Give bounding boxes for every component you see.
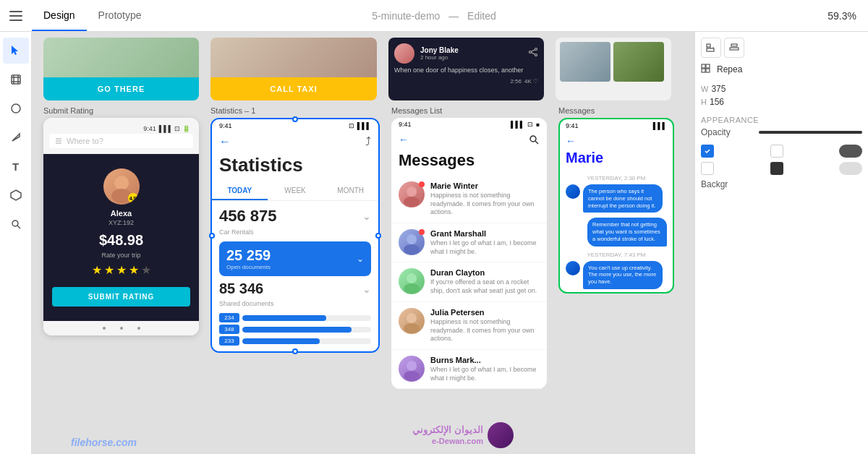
stats-tab-today[interactable]: TODAY — [212, 182, 268, 200]
hamburger-icon — [9, 11, 22, 21]
partial-frame-1: GO THERE — [43, 38, 199, 100]
burns-name: Burns Mark... — [430, 356, 540, 364]
bar-label-1: 234 — [219, 313, 239, 322]
watermark-edewan-area: الديوان الإلكترونيe-Dewan.com — [412, 422, 514, 448]
stats-share-icon[interactable]: ⤴ — [365, 135, 371, 148]
frame-tool-button[interactable] — [3, 67, 29, 93]
bubble-3: You can't use up creativity. The more yo… — [583, 261, 663, 289]
grant-name: Grant Marshall — [430, 229, 540, 238]
partial-frame-4 — [556, 38, 671, 100]
julia-name: Julia Petersen — [430, 308, 540, 317]
zoom-level[interactable]: 59.3% — [827, 10, 856, 22]
stats-signal-area: ⊡ ▌▌▌ — [349, 122, 371, 129]
submit-rating-label: Submit Rating — [43, 106, 199, 115]
avatar-img — [399, 308, 425, 334]
toggle-light[interactable] — [839, 162, 862, 175]
chat-header: Jony Blake 2 hour ago — [394, 43, 538, 64]
appearance-label: APPEARANCE — [701, 116, 862, 124]
messages-list-label: Messages List — [391, 106, 547, 115]
avatar-img — [399, 268, 425, 294]
star-3[interactable]: ★ — [116, 263, 127, 277]
height-field[interactable]: H 156 — [701, 97, 724, 107]
statistics-frame: 9:41 ⊡ ▌▌▌ ← ⤴ Statistics TODAY WEEK — [212, 119, 378, 351]
julia-avatar — [399, 308, 425, 334]
svg-point-6 — [12, 104, 20, 113]
toggle-dark[interactable] — [839, 145, 862, 158]
messages-search-icon[interactable] — [528, 134, 540, 145]
star-5[interactable]: ★ — [141, 263, 151, 277]
msg-signal-area: ▌▌▌ ⊡ ■ — [511, 121, 540, 128]
list-item[interactable]: Duran Clayton If you're offered a seat o… — [391, 262, 547, 301]
svg-line-30 — [535, 141, 538, 144]
stats-nav: ← ⤴ — [212, 132, 378, 151]
submit-rating-button[interactable]: SUBMIT RATING — [52, 287, 190, 307]
list-item[interactable]: Burns Mark... When I let go of what I am… — [391, 350, 547, 389]
star-1[interactable]: ★ — [92, 263, 102, 277]
stats-tab-month[interactable]: MONTH — [323, 182, 378, 200]
burns-text: When I let go of what I am, I become wha… — [430, 366, 540, 382]
chat-time: 2 hour ago — [420, 54, 459, 61]
julia-text: Happiness is not something readymade. It… — [430, 318, 540, 343]
submit-search-bar[interactable]: Where to? — [49, 134, 193, 148]
partial-frame-3: Jony Blake 2 hour ago When one door of h… — [388, 38, 544, 100]
fill-checkbox-3[interactable] — [701, 162, 714, 175]
svg-rect-10 — [707, 44, 710, 47]
move-tool-button[interactable] — [3, 38, 29, 64]
bottom-nav-bar — [43, 321, 199, 335]
view-count: 2:56 — [510, 78, 522, 85]
chat-back-button[interactable]: ← — [560, 132, 673, 150]
hamburger-menu[interactable] — [0, 11, 32, 21]
submit-dark-area: 4.9 Alexa XYZ:192 $48.98 Rate your trip … — [43, 154, 199, 321]
messages-list-frame: 9:41 ▌▌▌ ⊡ ■ ← Messages — [391, 118, 547, 389]
star-4[interactable]: ★ — [129, 263, 139, 277]
chat-badges: 2:56 4K ♡ — [394, 78, 538, 85]
list-item[interactable]: Julia Petersen Happiness is not somethin… — [391, 302, 547, 350]
svg-rect-17 — [702, 69, 705, 72]
text-tool-button[interactable]: T — [3, 153, 29, 179]
search-tool-button[interactable] — [3, 211, 29, 237]
width-field[interactable]: W 375 — [701, 84, 726, 94]
star-2[interactable]: ★ — [104, 263, 114, 277]
opacity-bar[interactable] — [759, 131, 862, 134]
tab-design[interactable]: Design — [32, 0, 87, 31]
unread-dot — [419, 181, 425, 187]
fill-checkbox-1[interactable] — [701, 145, 714, 158]
duran-name: Duran Clayton — [430, 268, 540, 277]
handle-right[interactable] — [375, 233, 381, 239]
list-item[interactable]: Grant Marshall When I let go of what I a… — [391, 223, 547, 262]
go-there-button[interactable]: GO THERE — [43, 77, 199, 100]
list-item[interactable]: Marie Winter Happiness is not something … — [391, 176, 547, 223]
svg-rect-11 — [707, 48, 714, 51]
bar-label-3: 233 — [219, 336, 239, 346]
call-taxi-button[interactable]: CALL TAXI — [210, 77, 377, 100]
stats-tab-week[interactable]: WEEK — [268, 182, 323, 200]
julia-content: Julia Petersen Happiness is not somethin… — [430, 308, 540, 343]
partial-image-2 — [613, 42, 664, 82]
svg-point-8 — [12, 220, 18, 226]
svg-rect-1 — [12, 75, 20, 84]
fill-checkbox-2[interactable] — [770, 145, 783, 158]
svg-point-20 — [535, 54, 537, 56]
nav-dot-2 — [120, 327, 123, 330]
bar-label-2: 348 — [219, 325, 239, 334]
align-button-2[interactable] — [724, 38, 744, 58]
bar-fill-2 — [242, 327, 352, 333]
handle-left[interactable] — [209, 233, 215, 239]
pen-tool-button[interactable] — [3, 124, 29, 150]
component-tool-button[interactable] — [3, 182, 29, 208]
tab-prototype[interactable]: Prototype — [87, 0, 153, 31]
stats-back-icon[interactable]: ← — [219, 135, 231, 148]
open-docs-card: 25 259 Open documents ⌄ — [219, 241, 371, 276]
messages-back-icon[interactable]: ← — [399, 134, 409, 145]
handle-bottom[interactable] — [292, 348, 298, 354]
ellipse-tool-button[interactable] — [3, 95, 29, 121]
svg-point-35 — [407, 273, 417, 283]
align-button-1[interactable] — [701, 38, 721, 58]
map-preview-2 — [210, 38, 377, 77]
messages-chat-col: Messages 9:41 ▌▌▌ ← Marie YESTERDAY, 2:3… — [558, 106, 674, 294]
fill-color-swatch[interactable] — [770, 162, 783, 175]
stats-time: 9:41 — [219, 122, 232, 129]
statistics-label: Statistics – 1 — [210, 106, 380, 115]
chat-signal: ▌▌▌ — [653, 122, 667, 129]
handle-top[interactable] — [292, 116, 298, 122]
